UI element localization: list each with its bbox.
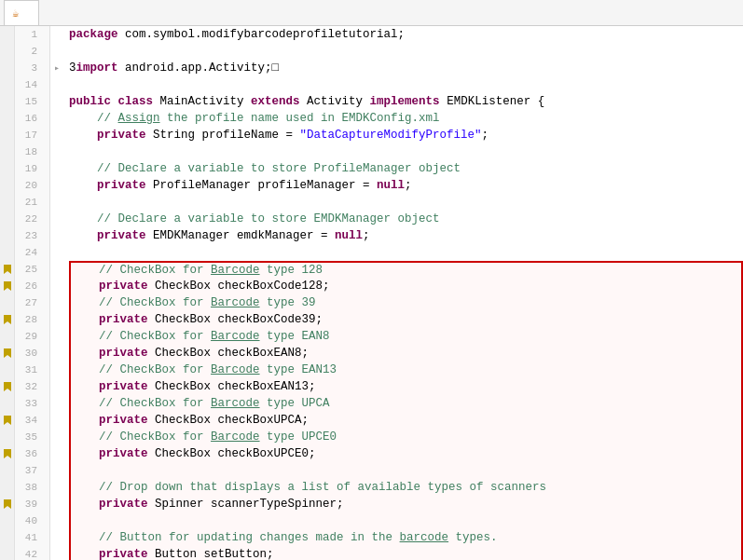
bookmark-icon [2, 314, 13, 325]
line-number: 30 [15, 348, 41, 359]
code-line: // Button for updating changes made in t… [69, 529, 743, 546]
line-row: 41 [15, 529, 49, 546]
line-row: 31 [15, 362, 49, 378]
marker-cell [0, 378, 14, 395]
main-tab[interactable]: ☕ [4, 0, 39, 25]
code-line: // CheckBox for Barcode type EAN8 [69, 328, 743, 345]
marker-cell [0, 160, 14, 177]
line-number: 22 [15, 213, 41, 225]
line-number: 39 [15, 499, 41, 510]
line-number: 17 [15, 130, 41, 141]
marker-cell [0, 479, 14, 496]
bookmark-icon [2, 264, 13, 275]
line-number: 29 [15, 331, 41, 342]
marker-cell [0, 311, 14, 328]
fold-cell [50, 93, 63, 110]
fold-cell [50, 546, 63, 560]
line-number: 1 [15, 29, 41, 40]
line-number: 40 [15, 515, 41, 526]
line-number: 34 [15, 415, 41, 426]
fold-cell [50, 294, 63, 311]
fold-cell [50, 143, 63, 160]
line-row: 21 [15, 194, 49, 211]
marker-cell [0, 529, 14, 546]
line-row: 32 [15, 378, 49, 395]
code-line: public class MainActivity extends Activi… [69, 93, 743, 110]
line-number: 19 [15, 163, 41, 174]
marker-cell [0, 143, 14, 160]
marker-cell [0, 395, 14, 412]
java-file-icon: ☕ [12, 7, 19, 20]
line-number: 26 [15, 280, 41, 292]
line-number: 15 [15, 96, 41, 107]
code-line [69, 462, 743, 479]
code-line: package com.symbol.modifybarcodeprofilet… [69, 26, 743, 43]
line-row: 29 [15, 328, 49, 345]
code-line [69, 143, 743, 160]
code-area: 1231415161718192021222324252627282930313… [0, 26, 743, 560]
code-line: private CheckBox checkBoxCode128; [69, 278, 743, 294]
marker-strip [0, 26, 15, 560]
code-line [69, 194, 743, 211]
marker-cell [0, 512, 14, 529]
line-number: 36 [15, 448, 41, 459]
line-number: 21 [15, 197, 41, 208]
tab-bar: ☕ [0, 0, 743, 26]
fold-cell [50, 529, 63, 546]
code-line: // CheckBox for Barcode type EAN13 [69, 362, 743, 378]
line-row: 1 [15, 26, 49, 43]
code-line [69, 43, 743, 60]
marker-cell [0, 60, 14, 76]
fold-cell [50, 445, 63, 462]
code-line: private Button setButton; [69, 546, 743, 560]
code-line [69, 512, 743, 529]
line-number: 37 [15, 465, 41, 476]
fold-cell[interactable]: ▸ [50, 60, 63, 76]
code-line: private EMDKManager emdkManager = null; [69, 227, 743, 244]
fold-cell [50, 462, 63, 479]
marker-cell [0, 546, 14, 560]
line-number: 31 [15, 364, 41, 376]
fold-cell [50, 26, 63, 43]
line-row: 39 [15, 496, 49, 512]
line-row: 26 [15, 278, 49, 294]
line-row: 27 [15, 294, 49, 311]
code-line: private CheckBox checkBoxEAN8; [69, 345, 743, 362]
code-line: // Declare a variable to store ProfileMa… [69, 160, 743, 177]
bookmark-icon [2, 381, 13, 392]
code-line: private CheckBox checkBoxEAN13; [69, 378, 743, 395]
code-line: // CheckBox for Barcode type UPCA [69, 395, 743, 412]
line-number: 18 [15, 146, 41, 157]
line-row: 19 [15, 160, 49, 177]
fold-cell [50, 395, 63, 412]
line-number: 32 [15, 381, 41, 392]
line-row: 22 [15, 211, 49, 227]
line-row: 20 [15, 177, 49, 194]
fold-area: ▸ [50, 26, 63, 560]
marker-cell [0, 412, 14, 429]
line-row: 37 [15, 462, 49, 479]
fold-cell [50, 345, 63, 362]
fold-cell [50, 311, 63, 328]
marker-cell [0, 227, 14, 244]
marker-cell [0, 294, 14, 311]
fold-cell [50, 43, 63, 60]
fold-cell [50, 378, 63, 395]
line-row: 34 [15, 412, 49, 429]
line-row: 30 [15, 345, 49, 362]
code-line: private String profileName = "DataCaptur… [69, 127, 743, 143]
line-row: 2 [15, 43, 49, 60]
code-editor[interactable]: package com.symbol.modifybarcodeprofilet… [63, 26, 743, 560]
marker-cell [0, 429, 14, 445]
line-number: 27 [15, 297, 41, 308]
line-row: 17 [15, 127, 49, 143]
line-row: 36 [15, 445, 49, 462]
line-row: 14 [15, 76, 49, 93]
line-row: 23 [15, 227, 49, 244]
marker-cell [0, 244, 14, 261]
fold-cell [50, 194, 63, 211]
line-number: 16 [15, 113, 41, 124]
code-line: private CheckBox checkBoxUPCA; [69, 412, 743, 429]
line-number: 2 [15, 46, 41, 57]
marker-cell [0, 261, 14, 278]
